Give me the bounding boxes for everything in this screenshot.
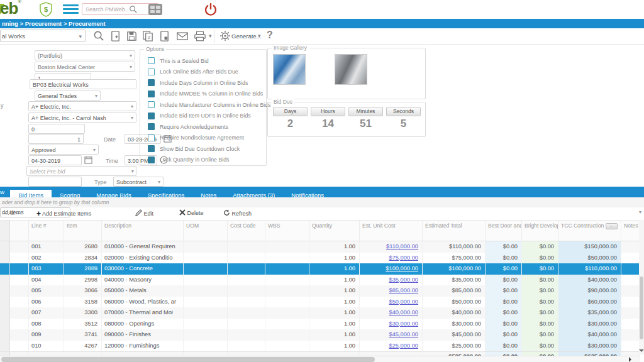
generate-caret-icon[interactable]: ▾ [258,33,261,39]
horizontal-scrollbar-thumb[interactable] [1,357,375,362]
generate-gear-icon[interactable] [219,30,232,43]
add-items-button[interactable]: dd Items [2,209,24,216]
est-unit-cost-link[interactable]: $100,000.00 [386,265,418,272]
generate-button[interactable]: Generate... [231,33,262,40]
col-uom[interactable]: UOM [184,221,228,241]
search-input[interactable] [82,3,158,15]
add-record-icon[interactable] [109,30,122,43]
shield-badge-icon[interactable]: $ [38,1,54,18]
add-estimate-items-button[interactable]: +Add Estimate Items [36,209,91,218]
refresh-button[interactable]: Refresh [223,209,252,217]
checkbox-unchecked[interactable] [148,69,155,75]
document-properties-icon[interactable] [158,30,171,43]
col-wbs[interactable]: WBS [265,221,309,241]
print-options-caret-icon[interactable]: ▾ [209,33,212,39]
find-record-icon[interactable] [93,30,106,43]
contact-select[interactable]: A+ Electric, Inc. - Carrol Nash▾ [28,112,136,123]
prebid-select[interactable]: Select Pre-bid▾ [26,166,136,176]
col-description[interactable]: Description [102,221,184,241]
bidder-options-button[interactable]: … [606,223,618,229]
countdown-value: 5 [386,118,421,130]
menu-icon[interactable] [63,4,79,16]
tab-partial[interactable]: w [0,187,8,197]
table-row[interactable]: 0032889030000 - Concrete1.00$100,000.00$… [0,263,640,275]
cell-description: 070000 - Thermal and Moi [102,307,184,319]
checkbox-checked[interactable] [148,90,155,97]
table-row[interactable]: 0093741090000 - Finishes1.00$45,000.00$4… [0,329,640,341]
checkbox-unchecked[interactable] [148,134,155,141]
col-item[interactable]: Item [64,221,102,241]
trade-select[interactable]: General Trades▾ [35,90,101,101]
est-unit-cost-link[interactable]: $110,000.00 [386,243,418,250]
delete-button[interactable]: Delete [179,209,204,216]
search-icon[interactable] [129,5,138,14]
cell-line: 001 [29,241,64,253]
col-bidder-best-door-window[interactable]: Best Door and Window … [486,221,522,241]
col-notes[interactable]: Notes [621,221,640,241]
col-est-unit-cost[interactable]: Est. Unit Cost [360,221,423,241]
checkbox-checked[interactable] [148,123,155,130]
checkbox-checked[interactable] [148,145,155,152]
title-field[interactable]: BP03 Electrical Works [30,79,136,89]
cell-notes [621,319,640,330]
apps-grid-icon[interactable] [148,4,162,15]
vertical-scrollbar-thumb[interactable] [640,277,643,339]
est-unit-cost-link[interactable]: $75,000.00 [389,255,418,261]
col-line[interactable]: Line # [29,221,64,241]
company-select[interactable]: A+ Electric, Inc.▾ [28,101,136,111]
table-row[interactable]: 0022834020000 - Existing Conditio1.00$75… [0,253,640,264]
checkbox-checked[interactable] [148,156,155,163]
table-row[interactable]: 0104267120000 - Furnishings1.00$25,000.0… [0,341,640,352]
options-group: Options This is a Sealed BidLock Online … [140,49,267,166]
edit-button[interactable]: Edit [135,209,153,217]
est-unit-cost-link[interactable]: $85,000.00 [389,287,418,293]
table-row[interactable]: 0053066050000 - Metals1.00$85,000.00$85,… [0,285,640,297]
countdown-label: Minutes [348,107,383,116]
est-unit-cost-link[interactable]: $25,000.00 [389,343,418,349]
save-icon[interactable] [126,30,138,43]
email-icon[interactable] [176,30,189,43]
blank-field[interactable] [28,177,82,187]
est-unit-cost-link[interactable]: $35,000.00 [389,277,418,283]
breadcrumb[interactable]: nning > Procurement > Procurement [0,19,644,28]
gallery-image-2[interactable] [335,54,367,85]
status-select[interactable]: Approved▾ [28,145,99,155]
help-button[interactable]: ? [267,30,273,41]
table-row[interactable]: 0012680010000 - General Requiren1.00$110… [0,241,640,253]
group-by-bar[interactable]: ader and drop it here to group by that c… [0,197,644,208]
due-date-field[interactable]: 04-30-2019 [28,155,82,165]
table-row[interactable]: 0073300070000 - Thermal and Moi1.00$40,0… [0,307,640,319]
est-unit-cost-link[interactable]: $40,000.00 [389,309,418,315]
table-row[interactable]: 0042998040000 - Masonry1.00$35,000.00$35… [0,275,640,286]
checkbox-unchecked[interactable] [148,101,155,108]
option-label: Show Bid Due Countdown Clock [160,146,240,152]
vertical-scrollbar[interactable] [639,220,644,354]
scroll-right-icon[interactable] [629,357,634,362]
checkbox-checked[interactable] [148,79,155,86]
gallery-image-1[interactable] [273,54,306,85]
scroll-down-icon[interactable] [639,349,644,354]
est-unit-cost-link[interactable]: $45,000.00 [389,331,418,337]
calendar-icon[interactable] [84,156,92,164]
col-quantity[interactable]: Quantity [309,221,360,241]
col-bidder-bright-developers[interactable]: Bright Developers … [522,221,558,241]
checkbox-unchecked[interactable] [148,57,155,64]
table-row[interactable]: 0063158060000 - Wood, Plastics, ar1.00$5… [0,297,640,308]
est-unit-cost-link[interactable]: $50,000.00 [389,299,418,305]
power-logout-icon[interactable] [204,3,218,16]
horizontal-scrollbar[interactable] [0,356,639,362]
col-estimated-total[interactable]: Estimated Total [423,221,486,241]
print-icon[interactable] [194,30,206,43]
project-select[interactable]: Boston Medical Center▾ [35,62,135,72]
est-unit-cost-link[interactable]: $30,000.00 [389,321,418,327]
value-field[interactable]: 0 [28,124,85,134]
record-selector[interactable]: al Works▾ [0,30,86,42]
col-cost-code[interactable]: Cost Code [228,221,265,241]
col-bidder-tcc-construction[interactable]: TCC Construction … [558,221,621,241]
copy-icon[interactable]: 2 [142,30,155,43]
table-row[interactable]: 0083512080000 - Openings1.00$30,000.00$3… [0,319,640,330]
revision-field[interactable]: 1 [28,134,84,144]
portfolio-select[interactable]: (Portfolio)▾ [35,50,135,60]
type-select[interactable]: Subcontract▾ [113,177,164,187]
checkbox-checked[interactable] [148,112,155,119]
